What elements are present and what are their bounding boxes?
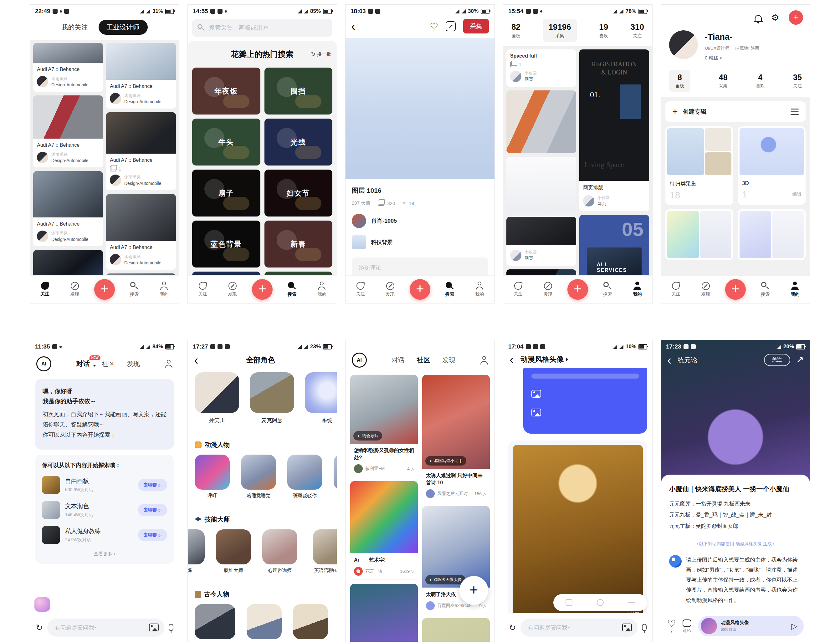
role-item[interactable]: 哈睡觉睡觉 (241, 455, 276, 499)
nav-create[interactable] (563, 279, 592, 300)
share-icon[interactable] (446, 21, 456, 31)
album-card[interactable]: 3D 1编辑 (738, 126, 806, 205)
stat-pins[interactable]: 48采集 (719, 73, 728, 89)
tab-community[interactable]: 社区 (417, 355, 430, 365)
go-chat-button[interactable]: 去聊聊 (138, 479, 167, 491)
back-icon[interactable] (194, 357, 198, 364)
nav-discover[interactable]: 发现 (533, 282, 563, 297)
community-post[interactable]: 看图写诗小助手 太诱人难过啊 只好中间来首诗 10 风雨之后云开时156 (422, 374, 490, 502)
pin-card[interactable] (506, 91, 576, 153)
hot-tag[interactable]: 蓝色背景 (192, 220, 260, 268)
nav-mine[interactable]: 我的 (307, 282, 337, 297)
hot-tag[interactable]: 妇女节 (264, 170, 333, 217)
nav-create[interactable] (405, 279, 435, 300)
stat-boards-active[interactable]: 8画板 (669, 70, 691, 92)
tab-chat[interactable]: 对话NEW (76, 359, 90, 368)
pin-card[interactable]: Audi A7 :: Behance 沐雨熏风Design-Automobile (33, 96, 103, 167)
tab-discover[interactable]: 发现 (127, 360, 140, 368)
nav-search[interactable]: 搜索 (593, 282, 623, 297)
search-input[interactable]: 搜索采集、画板或用户 (192, 19, 332, 37)
image-upload-icon[interactable] (149, 624, 159, 631)
album-card[interactable] (738, 209, 806, 260)
role-item[interactable]: 呼吁 (195, 455, 230, 499)
pin-card[interactable]: Audi A7 :: Behance 沐雨熏风Design-Automobile (33, 43, 103, 92)
tab-community[interactable]: 社区 (102, 360, 115, 368)
follow-button[interactable]: 关注 (764, 354, 790, 366)
nav-mine[interactable]: 我的 (465, 282, 495, 297)
agent-chip[interactable]: 看图写诗小助手 (425, 456, 466, 465)
role-item[interactable]: 百科鲁迅 (246, 604, 282, 642)
go-chat-button[interactable]: 去聊聊 (138, 529, 167, 541)
profile-fans[interactable]: 0 粉丝 > (705, 55, 759, 61)
see-more-link[interactable]: 查看更多 › (42, 551, 167, 557)
pin-card[interactable]: Audi A7 :: Behance 沐雨熏风Design-Automobile (33, 171, 103, 246)
nav-follow[interactable]: 关注 (503, 282, 533, 297)
chat-title[interactable]: 动漫风格头像 (521, 355, 568, 364)
suggestion-item[interactable]: 自由画板500.9W次对话 去聊聊 (42, 476, 167, 494)
pin-card[interactable] (506, 157, 576, 213)
nav-search[interactable]: 搜索 (751, 282, 780, 297)
nav-mine[interactable]: 我的 (149, 282, 179, 297)
message-actions-pill[interactable] (553, 594, 647, 611)
role-item[interactable]: 文静小丫头 (195, 604, 235, 642)
pin-author-row[interactable]: 肖肖-1005 (352, 214, 488, 228)
nav-create[interactable] (720, 279, 750, 300)
stat-boards[interactable]: 82画板 (511, 22, 521, 39)
pin-card[interactable]: REGISTRATION& LOGIN 01. Living Space 网页排… (579, 49, 649, 211)
avatar[interactable] (669, 30, 698, 59)
message-input[interactable]: 有问题尽管问我~ (47, 619, 164, 637)
role-item[interactable]: 英语陪聊Hanna (308, 529, 337, 574)
suggestion-item[interactable]: 私人健身教练24.9W次对话 去聊聊 (42, 526, 167, 544)
nav-create[interactable] (247, 279, 277, 300)
nav-search[interactable]: 搜索 (277, 282, 307, 297)
nav-create[interactable] (89, 279, 119, 300)
create-pin-button[interactable] (789, 10, 803, 25)
nav-discover[interactable]: 发现 (60, 282, 89, 297)
list-view-icon[interactable] (791, 109, 799, 115)
stat-following[interactable]: 310关注 (631, 22, 644, 39)
like-icon[interactable] (430, 21, 438, 32)
album-card[interactable]: 待归类采集 18 (665, 126, 733, 205)
stat-following[interactable]: 35关注 (793, 73, 802, 89)
back-icon[interactable] (351, 23, 355, 30)
stat-likes[interactable]: 4喜欢 (756, 73, 765, 89)
hot-tag[interactable]: 年夜饭 (192, 68, 260, 115)
pin-board-row[interactable]: 科技背景 (352, 235, 488, 250)
image-upload-icon[interactable] (622, 624, 632, 631)
mic-icon[interactable] (169, 624, 174, 631)
tab-industrial-designer[interactable]: 工业设计师 (99, 20, 148, 35)
suggestion-item[interactable]: 文本润色146.4W次对话 去聊聊 (42, 501, 167, 519)
pin-card[interactable]: Audi A7 :: Behance 1 沐雨熏风Design-Automobi… (106, 112, 176, 190)
agent-chip[interactable]: 约会导师 (354, 431, 382, 441)
collect-button[interactable]: 采集 (463, 19, 489, 34)
role-item[interactable]: 百科苏轼 (293, 604, 328, 642)
agent-chip[interactable]: Q版洛天依头像 (425, 575, 465, 584)
comment-button[interactable]: 评论 (683, 619, 691, 634)
pin-card[interactable]: Audi A7 :: Behance 沐雨熏风Design-Automobile (106, 194, 176, 270)
go-chat-button[interactable]: 去聊聊 (138, 504, 167, 516)
nav-mine[interactable]: 我的 (623, 282, 652, 297)
tab-chat[interactable]: 对话 (391, 356, 405, 365)
share-icon[interactable] (796, 355, 804, 365)
refresh-icon[interactable] (36, 623, 43, 632)
message-input[interactable]: 有问题尽管问我~ (521, 619, 637, 637)
role-item[interactable]: 心理咨询师 (262, 529, 297, 574)
nav-follow[interactable]: 关注 (345, 282, 375, 297)
nav-follow[interactable]: 关注 (661, 282, 691, 297)
role-item[interactable]: 教练 (188, 529, 205, 574)
nav-discover[interactable]: 发现 (217, 282, 247, 297)
role-item[interactable]: 系统 (305, 372, 337, 424)
back-icon[interactable] (509, 356, 514, 363)
pin-card[interactable]: Spaced full 1 小牧堂网页 (506, 49, 576, 87)
like-button[interactable]: 7 (667, 619, 676, 634)
person-icon[interactable] (165, 360, 173, 368)
role-item[interactable]: 孙笑川 (195, 372, 239, 424)
hot-tag[interactable]: 牛头 (192, 118, 260, 165)
pin-card[interactable]: 小牧堂网页 (506, 217, 576, 266)
create-album-row[interactable]: 创建专辑 (665, 101, 806, 122)
community-post[interactable]: 约会导师 怎样和强势又孤僻的女性相处? 叙利亚FM4 (350, 374, 418, 477)
gear-icon[interactable] (771, 13, 779, 22)
hot-tag[interactable]: 光线 (264, 118, 333, 165)
person-icon[interactable] (480, 356, 488, 365)
create-post-button[interactable] (459, 576, 488, 605)
